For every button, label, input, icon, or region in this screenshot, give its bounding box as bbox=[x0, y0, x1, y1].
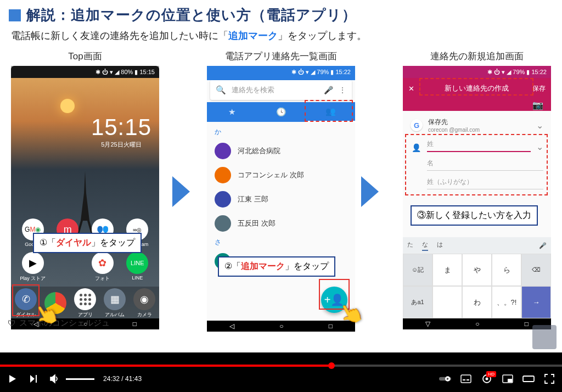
header-marker bbox=[9, 9, 21, 21]
category-label: さ bbox=[207, 236, 355, 249]
name-field[interactable]: 名 bbox=[427, 159, 543, 171]
miniplayer-button[interactable] bbox=[502, 373, 514, 385]
hd-badge: HD bbox=[486, 371, 496, 377]
close-icon[interactable]: ✕ bbox=[408, 85, 420, 93]
header-title: 新しい連絡先の作成 bbox=[420, 83, 532, 93]
contact-row[interactable]: 河北総合病院 bbox=[207, 139, 355, 163]
recents-icon[interactable]: □ bbox=[329, 322, 333, 330]
clock-widget: 15:15 5月25日火曜日 bbox=[91, 114, 151, 149]
video-watermark[interactable] bbox=[532, 325, 557, 349]
slide: 解説：追加マークの位置と使い方（電話アプリ） 電話帳に新しく友達の連絡先を追加し… bbox=[0, 0, 562, 352]
svg-rect-9 bbox=[523, 376, 534, 382]
search-input[interactable]: 🔍 連絡先を検索 🎤 ⋮ bbox=[210, 80, 352, 100]
tab-recent[interactable]: 🕓 bbox=[256, 103, 306, 121]
status-bar: ✱ ⏻ ▾ ◢ 79% ▮ 15:22 bbox=[207, 66, 355, 78]
app-line[interactable]: LINELINE bbox=[122, 252, 153, 282]
home-icon[interactable]: ○ bbox=[475, 320, 479, 328]
contact-list: か 河北総合病院 コアコンシェル 次郎 江東 三郎 五反田 次郎 さ 巣鴨 太郎 bbox=[207, 122, 355, 277]
save-button[interactable]: 保存 bbox=[532, 84, 546, 93]
callout-step-3: ③新しく登録したい方を入力 bbox=[411, 205, 538, 226]
camera-icon[interactable]: 📷 bbox=[532, 100, 543, 110]
autoplay-toggle[interactable] bbox=[439, 373, 451, 385]
soft-keyboard[interactable]: た な は 🎤 ☺記 ま や ら ⌫ bbox=[403, 237, 551, 318]
video-viewport: 解説：追加マークの位置と使い方（電話アプリ） 電話帳に新しく友達の連絡先を追加し… bbox=[0, 0, 562, 392]
furigana-field[interactable]: 姓（ふりがな） bbox=[427, 177, 543, 189]
youtube-controls: 24:32 / 41:43 HD bbox=[0, 352, 562, 392]
svg-rect-2 bbox=[461, 375, 471, 383]
tab-favorites[interactable]: ★ bbox=[207, 103, 256, 121]
clock-time: 15:15 bbox=[91, 114, 151, 141]
home-icon[interactable]: ○ bbox=[279, 322, 283, 330]
back-icon[interactable]: ◁ bbox=[229, 322, 234, 330]
app-camera[interactable]: ◉カメラ bbox=[130, 288, 159, 318]
key-mode: あa1 bbox=[403, 286, 432, 318]
progress-played bbox=[0, 365, 331, 367]
category-label: か bbox=[207, 125, 355, 139]
contact-row[interactable]: 五反田 次郎 bbox=[207, 211, 355, 236]
photo-strip: 📷 bbox=[403, 99, 551, 111]
col-contacts: 電話アプリ連絡先一覧画面 ✱ ⏻ ▾ ◢ 79% ▮ 15:22 🔍 連絡先を検… bbox=[207, 50, 355, 329]
app-photo[interactable]: ✿フォト bbox=[87, 252, 118, 282]
svg-point-6 bbox=[486, 378, 488, 380]
add-person-icon: +👤 bbox=[324, 293, 345, 306]
key-emoji: ☺記 bbox=[403, 254, 432, 286]
status-bar: ✱ ⏻ ▾ ◢ 79% ▮ 15:22 bbox=[403, 66, 551, 78]
slide-subtitle: 電話帳に新しく友達の連絡先を追加したい時に「追加マーク」をタップします。 bbox=[9, 29, 553, 42]
recents-icon[interactable]: □ bbox=[525, 320, 529, 328]
android-navbar: ◁ ○ □ bbox=[207, 321, 355, 332]
mic-icon[interactable]: 🎤 bbox=[539, 242, 547, 249]
app-album[interactable]: ▦アルバム bbox=[100, 288, 130, 318]
col-label: 電話アプリ連絡先一覧画面 bbox=[225, 50, 337, 63]
triptych: Top画面 ✱ ⏻ ▾ ◢ 80% ▮ 15:15 15:15 5月25日火曜日 bbox=[9, 50, 553, 329]
captions-button[interactable] bbox=[460, 373, 472, 385]
chevron-down-icon: ⌄ bbox=[536, 120, 543, 131]
settings-button[interactable]: HD bbox=[481, 373, 493, 385]
fullscreen-button[interactable] bbox=[543, 373, 555, 385]
phone-contacts: ✱ ⏻ ▾ ◢ 79% ▮ 15:22 🔍 連絡先を検索 🎤 ⋮ ★ 🕓 👥 bbox=[207, 66, 355, 329]
theater-button[interactable] bbox=[522, 373, 535, 385]
progress-bar[interactable] bbox=[0, 365, 562, 367]
surname-field[interactable]: 姓 bbox=[427, 139, 531, 152]
svg-rect-4 bbox=[467, 379, 469, 380]
tab-contacts[interactable]: 👥 bbox=[306, 102, 355, 122]
clock-date: 5月25日火曜日 bbox=[91, 141, 151, 149]
app-play-store[interactable]: ▶Play ストア bbox=[18, 252, 48, 282]
phone-home: ✱ ⏻ ▾ ◢ 80% ▮ 15:15 15:15 5月25日火曜日 GM bbox=[11, 66, 159, 329]
status-bar: ✱ ⏻ ▾ ◢ 80% ▮ 15:15 bbox=[11, 66, 159, 78]
recents-icon[interactable]: □ bbox=[133, 320, 137, 328]
svg-rect-8 bbox=[508, 379, 512, 382]
volume-button[interactable] bbox=[48, 373, 60, 385]
col-label: Top画面 bbox=[68, 50, 102, 63]
contact-row[interactable]: コアコンシェル 次郎 bbox=[207, 163, 355, 187]
app-drawer[interactable]: アプリ bbox=[70, 288, 100, 318]
callout-step-1: ①「ダイヤル」をタップ bbox=[33, 233, 142, 253]
sun-icon bbox=[60, 99, 75, 113]
slide-title: 解説：追加マークの位置と使い方（電話アプリ） bbox=[26, 5, 357, 25]
shield-icon: 🛡 bbox=[8, 318, 16, 328]
more-icon[interactable]: ⋮ bbox=[339, 86, 346, 94]
callout-step-2: ②「追加マーク」をタップ bbox=[218, 256, 335, 277]
phone-new-contact: ✱ ⏻ ▾ ◢ 79% ▮ 15:22 ✕ 新しい連絡先の作成 保存 📷 G bbox=[403, 66, 551, 329]
col-new-contact: 連絡先の新規追加画面 ✱ ⏻ ▾ ◢ 79% ▮ 15:22 ✕ 新しい連絡先の… bbox=[403, 50, 551, 329]
play-button[interactable] bbox=[7, 373, 19, 385]
mic-icon[interactable]: 🎤 bbox=[324, 86, 333, 94]
contact-row[interactable]: 江東 三郎 bbox=[207, 187, 355, 211]
svg-rect-3 bbox=[463, 379, 465, 380]
google-icon: G bbox=[411, 119, 423, 131]
arrow-right-icon bbox=[361, 176, 379, 207]
android-navbar: ▽ ○ □ bbox=[403, 318, 551, 329]
search-placeholder: 連絡先を検索 bbox=[232, 85, 318, 95]
chevron-down-icon: ⌄ bbox=[536, 142, 543, 152]
save-to-row[interactable]: G 保存先 corecon @gmail.com ⌄ bbox=[403, 114, 551, 136]
new-contact-header: ✕ 新しい連絡先の作成 保存 bbox=[403, 78, 551, 99]
contacts-body: 🔍 連絡先を検索 🎤 ⋮ ★ 🕓 👥 か 河北総合病院 bbox=[207, 80, 355, 321]
keyboard-hide-icon[interactable]: ▽ bbox=[425, 320, 430, 328]
arrow-right-icon bbox=[172, 176, 190, 207]
contacts-tabbar: ★ 🕓 👥 bbox=[207, 102, 355, 122]
next-button[interactable] bbox=[27, 373, 40, 385]
backspace-icon: ⌫ bbox=[521, 254, 551, 286]
col-label: 連絡先の新規追加画面 bbox=[430, 50, 524, 63]
volume-slider[interactable] bbox=[66, 378, 94, 380]
enter-icon: → bbox=[521, 286, 551, 318]
time-display: 24:32 / 41:43 bbox=[103, 375, 142, 383]
